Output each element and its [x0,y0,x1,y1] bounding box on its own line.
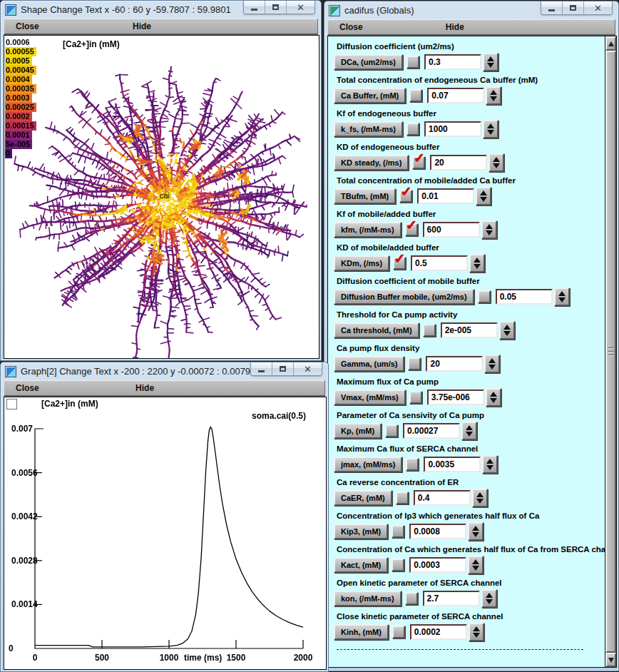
param-button[interactable]: k_fs, (/mM-ms) [334,121,403,137]
value-stepper[interactable] [483,53,498,71]
param-button[interactable]: Ca Buffer, (mM) [334,88,406,103]
param-value-input[interactable] [410,624,467,640]
y-tick-label: 0.0014 [11,599,38,609]
default-marker-button[interactable] [392,626,405,638]
default-marker-button[interactable] [408,357,421,370]
close-button[interactable]: ✕ [294,362,322,375]
value-stepper[interactable] [481,589,497,608]
menu-hide[interactable]: Hide [133,21,151,31]
param-value-input[interactable] [417,188,474,204]
param-button[interactable]: Ca threshold, (mM) [334,322,419,338]
close-icon: ✕ [304,365,312,374]
default-marker-button[interactable] [409,89,422,102]
graph-plot-canvas[interactable] [4,397,326,669]
param-value-input[interactable] [409,557,466,573]
minimize-button[interactable] [541,1,563,14]
param-value-input[interactable] [430,155,487,170]
default-marker-button[interactable] [409,391,422,404]
scroll-down-button[interactable] [605,653,616,667]
param-value-input[interactable] [409,524,466,539]
default-marker-button[interactable] [392,525,404,538]
param-value-input[interactable] [414,490,471,506]
shape-window-titlebar[interactable]: Shape Change Text x -60 : 60 y -59.7807 … [4,1,318,19]
graph-window-titlebar[interactable]: Graph[2] Change Text x -200 : 2200 y -0.… [4,362,325,380]
menu-close[interactable]: Close [339,22,363,32]
close-button[interactable]: ✕ [287,1,314,14]
menu-hide[interactable]: Hide [446,22,464,32]
scrollbar-thumb[interactable] [605,51,616,653]
param-button[interactable]: TBufm, (mM) [334,188,396,204]
param-button[interactable]: Gamma, (um/s) [334,356,404,372]
param-button[interactable]: KDm, (/ms) [334,255,389,271]
value-stepper[interactable] [476,187,491,205]
value-stepper[interactable] [484,355,500,373]
value-stepper[interactable] [461,422,477,440]
param-button[interactable]: Kip3, (mM) [334,524,388,539]
default-marker-button[interactable] [406,123,419,136]
panel-scrollbar[interactable] [605,36,616,667]
value-stepper[interactable] [469,623,484,641]
param-button[interactable]: DCa, (um2/ms) [334,54,403,70]
param-value-input[interactable] [423,222,480,238]
value-stepper[interactable] [482,455,498,474]
param-button[interactable]: Kinh, (mM) [334,624,389,640]
menu-close[interactable]: Close [16,383,39,393]
param-value-input[interactable] [424,121,481,137]
maximize-button[interactable] [563,1,584,14]
param-value-input[interactable] [424,457,481,472]
default-marker-button[interactable] [478,290,491,303]
param-button[interactable]: kon, (/mM-ms) [334,591,401,606]
param-value-input[interactable] [441,322,498,338]
default-marker-button[interactable] [423,324,436,337]
value-stepper[interactable] [483,120,498,138]
value-stepper[interactable] [468,522,484,541]
param-value-input[interactable] [426,356,483,372]
default-marker-button[interactable] [406,458,419,471]
param-value-input[interactable] [423,591,480,606]
maximize-button[interactable] [272,362,294,375]
value-stepper[interactable] [481,220,497,239]
param-button[interactable]: CaER, (mM) [334,490,392,506]
param-button[interactable]: Vmax, (mM/ms) [334,390,406,405]
param-button[interactable]: Kp, (mM) [334,423,382,439]
changed-marker-button[interactable]: ✓ [405,223,418,236]
param-value-input[interactable] [496,289,553,305]
param-button[interactable]: KD steady, (/ms) [334,155,409,170]
value-stepper[interactable] [472,489,488,507]
step-down-icon [474,264,481,269]
changed-marker-button[interactable]: ✓ [412,156,425,169]
param-button[interactable]: Diffusion Buffer mobile, (um2/ms) [334,289,474,305]
changed-marker-button[interactable]: ✓ [393,257,406,270]
param-button[interactable]: jmax, (mM/ms) [334,457,402,472]
menu-close[interactable]: Close [16,21,39,31]
default-marker-button[interactable] [392,559,404,571]
value-stepper[interactable] [499,321,515,340]
shape-plot-canvas[interactable] [4,36,319,358]
menu-hide[interactable]: Hide [135,383,154,393]
default-marker-button[interactable] [396,492,409,504]
default-marker-button[interactable] [385,424,398,437]
param-value-input[interactable] [427,88,484,103]
value-stepper[interactable] [554,287,570,306]
default-marker-button[interactable] [405,592,418,605]
value-stepper[interactable] [486,388,501,407]
param-value-input[interactable] [411,255,468,271]
default-marker-button[interactable] [406,56,419,68]
param-value-input[interactable] [427,390,484,405]
value-stepper[interactable] [469,254,485,273]
panel-window-titlebar[interactable]: cadifus (Globals) ✕ [327,1,615,19]
graph-select-box[interactable] [6,399,17,409]
param-value-input[interactable] [424,54,481,70]
scroll-up-button[interactable] [605,36,616,51]
changed-marker-button[interactable]: ✓ [399,190,412,203]
minimize-button[interactable] [251,362,272,375]
value-stepper[interactable] [488,153,504,172]
maximize-button[interactable] [265,1,287,14]
param-value-input[interactable] [403,423,460,439]
param-button[interactable]: kfm, (/mM-ms) [334,222,401,238]
value-stepper[interactable] [468,556,484,574]
value-stepper[interactable] [486,86,501,105]
close-button[interactable]: ✕ [584,1,612,14]
minimize-button[interactable] [244,1,265,14]
param-button[interactable]: Kact, (mM) [334,557,388,573]
